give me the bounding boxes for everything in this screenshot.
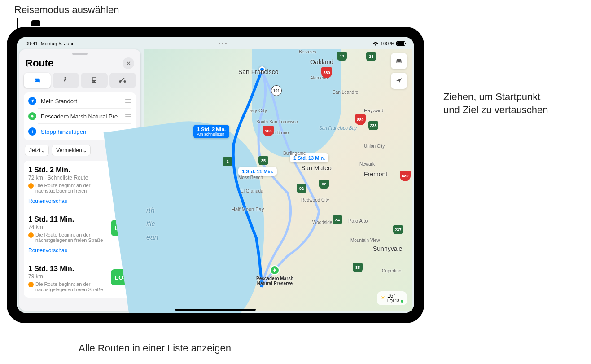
map-canvas[interactable]: 1 Std. 2 Min. Am schnellsten 1 Std. 11 M…	[144, 49, 412, 311]
mode-tab-car[interactable]	[24, 73, 51, 88]
callout-drag: Ziehen, um Startpunkt und Ziel zu vertau…	[443, 91, 548, 116]
mode-tab-transit[interactable]	[81, 73, 108, 88]
map-label-ocean: rth	[146, 206, 155, 215]
shield-ca84: 84	[333, 215, 342, 224]
map-label-sanmateo: San Mateo	[301, 164, 332, 171]
bike-icon	[118, 76, 127, 85]
shield-ca238: 238	[368, 121, 378, 130]
shield-i280: 280	[263, 126, 274, 136]
map-label-cupertino: Cupertino	[382, 268, 401, 273]
map-label-mtview: Mountain View	[350, 238, 380, 243]
air-quality: LQI 18	[387, 299, 403, 303]
map-label-southsf: South San Francisco	[256, 119, 298, 124]
shield-ca24: 24	[366, 52, 376, 61]
car-icon	[394, 57, 403, 65]
waypoint-start-label: Mein Standort	[41, 98, 125, 105]
map-settings-button[interactable]	[391, 53, 407, 69]
map-label-mossbeach: Moss Beach	[238, 175, 263, 180]
shield-i880: 880	[355, 114, 366, 125]
route-preview-link[interactable]: Routenvorschau	[28, 247, 131, 254]
transport-mode-tabs	[24, 73, 136, 88]
shield-ca82: 82	[319, 180, 329, 189]
map-label: Burlingame	[283, 151, 306, 156]
shield-ca85: 85	[353, 263, 363, 272]
map-label-paloalto: Palo Alto	[348, 218, 368, 224]
info-icon: i	[28, 232, 34, 238]
shield-ca1: 1	[223, 157, 232, 166]
callout-mode: Reisemodus auswählen	[14, 4, 119, 17]
ipad-screen: 09:41 Montag 5. Juni 100 % Route ✕	[17, 37, 414, 313]
waypoint-dest-label: Pescadero Marsh Natural Pres…	[41, 113, 125, 120]
map-controls	[391, 53, 407, 89]
shield-i680: 680	[400, 171, 411, 181]
location-arrow-icon	[395, 77, 403, 84]
info-icon: i	[28, 282, 34, 287]
info-icon: i	[28, 183, 34, 189]
map-label-redwood: Redwood City	[301, 197, 329, 202]
route-badge-alt1[interactable]: 1 Std. 11 Min.	[238, 167, 277, 176]
map-label: Woodside	[312, 220, 332, 225]
destination-pin-icon	[270, 265, 280, 275]
transit-icon	[90, 76, 99, 85]
close-button[interactable]: ✕	[123, 57, 134, 69]
ipad-volume-button	[31, 20, 40, 26]
map-label-berkeley: Berkeley	[299, 49, 316, 54]
destination-marker[interactable]: Pescadero Marsh Natural Preserve	[256, 265, 293, 286]
mode-tab-bike[interactable]	[109, 73, 136, 88]
map-label-hayward: Hayward	[364, 108, 383, 113]
map-label-daly: Daly City	[247, 108, 267, 113]
map-label: Newark	[359, 162, 375, 167]
map-label: Union City	[364, 144, 385, 149]
waypoint-destination[interactable]: Pescadero Marsh Natural Pres…	[24, 109, 136, 124]
shield-i580: 580	[321, 67, 332, 78]
waypoint-start[interactable]: Mein Standort	[24, 93, 136, 109]
map-label: San Leandro	[333, 90, 358, 95]
map-label-hmb: Half Moon Bay	[232, 206, 264, 212]
avoid-button[interactable]: Vermeiden	[52, 145, 90, 156]
map-label-sf: San Francisco	[238, 68, 278, 75]
walk-icon	[61, 76, 70, 85]
shield-ca35: 35	[258, 156, 268, 165]
map-label-bay: San Francisco Bay	[319, 126, 357, 131]
ipad-frame: 09:41 Montag 5. Juni 100 % Route ✕	[7, 27, 424, 323]
mode-tab-walk[interactable]	[53, 73, 79, 88]
map-label-fremont: Fremont	[364, 171, 387, 178]
sun-icon: ☀	[381, 295, 385, 301]
route-item[interactable]: 1 Std. 13 Min. 79 km i Die Route beginnt…	[24, 259, 136, 298]
car-icon	[33, 76, 42, 85]
weather-widget[interactable]: ☀ 16° LQI 18	[377, 291, 407, 305]
svg-point-0	[31, 115, 34, 118]
locate-me-button[interactable]	[391, 73, 407, 89]
destination-label: Pescadero Marsh Natural Preserve	[256, 276, 293, 286]
drag-handle-icon[interactable]	[125, 99, 131, 103]
shield-us101: 101	[271, 85, 282, 96]
location-icon	[28, 97, 36, 105]
shield-ca13: 13	[337, 52, 347, 61]
plus-icon: +	[28, 127, 36, 136]
departure-time-button[interactable]: Jetzt	[25, 145, 49, 156]
destination-icon	[28, 112, 36, 120]
map-label-oakland: Oakland	[310, 58, 333, 66]
map-label-ocean: ific	[146, 220, 155, 228]
shield-ca92: 92	[297, 184, 306, 193]
route-badge-primary[interactable]: 1 Std. 2 Min. Am schnellsten	[193, 125, 229, 138]
map-label-ocean: ean	[146, 233, 158, 241]
sheet-grabber[interactable]	[72, 53, 88, 55]
waypoint-connector	[27, 61, 28, 67]
shield-ca237: 237	[393, 225, 403, 234]
drag-handle-icon[interactable]	[125, 114, 131, 118]
sidebar-title: Route	[26, 57, 53, 69]
map-label-sunnyvale: Sunnyvale	[373, 245, 402, 252]
callout-list: Alle Routen in einer Liste anzeigen	[79, 342, 231, 355]
home-indicator[interactable]	[175, 309, 256, 311]
map-label-elgranada: El Granada	[241, 189, 263, 193]
